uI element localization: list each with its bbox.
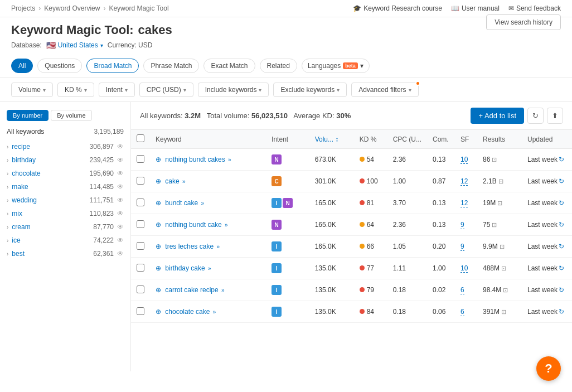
col-results[interactable]: Results: [477, 130, 522, 149]
col-cpc[interactable]: CPC (U...: [387, 130, 427, 149]
sidebar-item[interactable]: › wedding 111,751 👁: [0, 193, 130, 207]
row-checkbox[interactable]: [137, 242, 144, 250]
row-checkbox[interactable]: [137, 220, 144, 228]
view-search-history-button[interactable]: View search history: [486, 14, 561, 30]
col-keyword[interactable]: Keyword: [150, 130, 266, 149]
keyword-link[interactable]: chocolate cake: [165, 308, 210, 316]
sidebar-item[interactable]: › mix 110,823 👁: [0, 207, 130, 220]
tab-languages[interactable]: Languages beta ▾: [302, 59, 370, 73]
add-keyword-icon[interactable]: ⊕: [156, 221, 161, 229]
add-keyword-icon[interactable]: ⊕: [156, 286, 161, 294]
expand-arrow-icon[interactable]: ›: [7, 238, 8, 244]
keyword-link[interactable]: birthday cake: [165, 264, 205, 272]
select-all-checkbox[interactable]: [137, 134, 144, 142]
sidebar-item[interactable]: › cream 87,770 👁: [0, 220, 130, 234]
keyword-link[interactable]: nothing bundt cakes: [165, 156, 225, 163]
eye-icon[interactable]: 👁: [117, 156, 124, 164]
breadcrumb-projects[interactable]: Projects: [11, 4, 35, 12]
add-keyword-icon[interactable]: ⊕: [156, 243, 161, 250]
keyword-link[interactable]: nothing bundt cake: [165, 221, 221, 229]
sf-value[interactable]: 10: [460, 156, 468, 164]
breadcrumb-keyword-overview[interactable]: Keyword Overview: [44, 4, 100, 12]
col-volume[interactable]: Volu... ↕: [309, 130, 354, 149]
expand-arrow-icon[interactable]: ›: [7, 184, 8, 190]
eye-icon[interactable]: 👁: [117, 223, 124, 231]
expand-arrow-icon[interactable]: ›: [7, 171, 8, 177]
row-refresh-icon[interactable]: ↻: [559, 243, 564, 250]
eye-icon[interactable]: 👁: [117, 170, 124, 177]
tab-related[interactable]: Related: [260, 59, 297, 73]
row-refresh-icon[interactable]: ↻: [559, 264, 564, 272]
eye-icon[interactable]: 👁: [117, 196, 124, 204]
sf-value[interactable]: 12: [460, 199, 468, 207]
row-checkbox[interactable]: [137, 199, 144, 206]
user-manual-link[interactable]: 📖 User manual: [451, 4, 500, 12]
export-button[interactable]: ⬆: [547, 108, 563, 124]
keyword-research-course-link[interactable]: 🎓 Keyword Research course: [353, 4, 442, 12]
send-feedback-link[interactable]: ✉ Send feedback: [508, 4, 561, 12]
row-refresh-icon[interactable]: ↻: [559, 221, 564, 229]
tab-questions[interactable]: Questions: [37, 59, 82, 73]
add-keyword-icon[interactable]: ⊕: [156, 308, 161, 316]
sort-by-number-button[interactable]: By number: [7, 110, 49, 121]
include-keywords-filter[interactable]: Include keywords ▾: [198, 83, 269, 97]
row-checkbox[interactable]: [137, 285, 144, 293]
expand-arrow-icon[interactable]: ›: [7, 224, 8, 230]
sidebar-item[interactable]: › ice 74,222 👁: [0, 234, 130, 247]
add-to-list-button[interactable]: + Add to list: [471, 108, 524, 124]
cpc-filter[interactable]: CPC (USD) ▾: [139, 83, 193, 97]
row-refresh-icon[interactable]: ↻: [559, 156, 564, 163]
tab-all[interactable]: All: [11, 59, 33, 73]
keyword-link[interactable]: bundt cake: [165, 199, 198, 207]
exclude-keywords-filter[interactable]: Exclude keywords ▾: [273, 83, 347, 97]
expand-arrow-icon[interactable]: ›: [7, 157, 8, 163]
sidebar-item[interactable]: › best 62,361 👁: [0, 247, 130, 260]
eye-icon[interactable]: 👁: [117, 236, 124, 244]
row-checkbox[interactable]: [137, 307, 144, 315]
advanced-filters-button[interactable]: Advanced filters ▾: [351, 83, 418, 97]
country-selector[interactable]: 🇺🇸 United States ▾: [46, 41, 103, 50]
keyword-link[interactable]: cake: [165, 177, 179, 185]
expand-arrow-icon[interactable]: ›: [7, 211, 8, 217]
row-refresh-icon[interactable]: ↻: [559, 199, 564, 207]
sidebar-item[interactable]: › make 114,485 👁: [0, 180, 130, 193]
row-refresh-icon[interactable]: ↻: [559, 177, 564, 185]
tab-exact-match[interactable]: Exact Match: [203, 59, 255, 73]
col-com[interactable]: Com.: [427, 130, 455, 149]
tab-phrase-match[interactable]: Phrase Match: [143, 59, 199, 73]
col-kd[interactable]: KD %: [354, 130, 387, 149]
keyword-link[interactable]: tres leches cake: [165, 243, 214, 250]
row-checkbox[interactable]: [137, 264, 144, 272]
expand-arrow-icon[interactable]: ›: [7, 144, 8, 150]
volume-filter[interactable]: Volume ▾: [11, 83, 53, 97]
add-keyword-icon[interactable]: ⊕: [156, 199, 161, 207]
kd-filter[interactable]: KD % ▾: [57, 83, 94, 97]
intent-filter[interactable]: Intent ▾: [99, 83, 135, 97]
sidebar-item[interactable]: › recipe 306,897 👁: [0, 140, 130, 153]
expand-arrow-icon[interactable]: ›: [7, 251, 8, 257]
row-refresh-icon[interactable]: ↻: [559, 286, 564, 294]
eye-icon[interactable]: 👁: [117, 250, 124, 258]
row-checkbox[interactable]: [137, 177, 144, 185]
col-sf[interactable]: SF: [455, 130, 477, 149]
row-refresh-icon[interactable]: ↻: [559, 308, 564, 316]
refresh-button[interactable]: ↻: [527, 108, 544, 124]
add-keyword-icon[interactable]: ⊕: [156, 156, 161, 163]
sf-value[interactable]: 6: [460, 308, 464, 316]
tab-broad-match[interactable]: Broad Match: [86, 59, 139, 73]
sf-value[interactable]: 6: [460, 286, 464, 294]
keyword-link[interactable]: carrot cake recipe: [165, 286, 218, 294]
sf-value[interactable]: 9: [460, 243, 464, 251]
sf-value[interactable]: 9: [460, 221, 464, 229]
sidebar-item[interactable]: › birthday 239,425 👁: [0, 153, 130, 167]
expand-arrow-icon[interactable]: ›: [7, 197, 8, 204]
sort-by-volume-button[interactable]: By volume: [51, 110, 91, 121]
eye-icon[interactable]: 👁: [117, 143, 124, 151]
eye-icon[interactable]: 👁: [117, 210, 124, 217]
sidebar-item[interactable]: › chocolate 195,690 👁: [0, 167, 130, 180]
sf-value[interactable]: 12: [460, 177, 468, 186]
eye-icon[interactable]: 👁: [117, 183, 124, 191]
add-keyword-icon[interactable]: ⊕: [156, 264, 161, 272]
row-checkbox[interactable]: [137, 155, 144, 163]
add-keyword-icon[interactable]: ⊕: [156, 177, 161, 185]
